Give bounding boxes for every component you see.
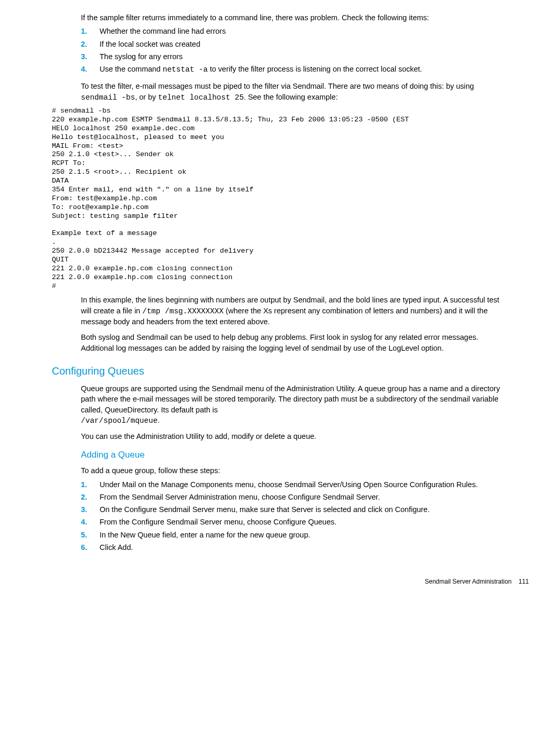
list-number: 3.	[81, 504, 90, 515]
step-item: 5. In the New Queue field, enter a name …	[81, 530, 508, 540]
after-code-paragraph-2: Both syslog and Sendmail can be used to …	[81, 332, 508, 353]
text-fragment: . See the following example:	[244, 93, 338, 101]
list-text: In the New Queue field, enter a name for…	[100, 530, 508, 540]
check-item: 4. Use the command netstat -a to verify …	[81, 64, 508, 75]
queues-paragraph-1: Queue groups are supported using the Sen…	[81, 383, 508, 426]
list-text: Click Add.	[100, 542, 508, 552]
text-fragment: .	[158, 416, 160, 424]
queues-paragraph-2: You can use the Administration Utility t…	[81, 431, 508, 441]
inline-code: telnet localhost 25	[158, 93, 244, 102]
list-number: 4.	[81, 517, 90, 527]
text-fragment: Queue groups are supported using the Sen…	[81, 384, 500, 414]
list-number: 1.	[81, 479, 90, 490]
step-item: 6. Click Add.	[81, 542, 508, 552]
list-number: 1.	[81, 26, 90, 36]
adding-queue-intro: To add a queue group, follow these steps…	[81, 465, 508, 476]
text-fragment: Use the command	[100, 65, 163, 73]
after-code-paragraph-1: In this example, the lines beginning wit…	[81, 295, 508, 327]
inline-code: /var/spool/mqueue	[81, 417, 158, 425]
list-text: Whether the command line had errors	[100, 26, 508, 36]
adding-queue-steps: 1. Under Mail on the Manage Components m…	[81, 479, 508, 553]
text-fragment: To test the filter, e-mail messages must…	[81, 82, 474, 90]
configuring-queues-heading: Configuring Queues	[52, 364, 508, 378]
footer-label: Sendmail Server Administration	[425, 578, 511, 585]
intro-paragraph-1: If the sample filter returns immediately…	[81, 12, 508, 23]
step-item: 3. On the Configure Sendmail Server menu…	[81, 504, 508, 515]
sendmail-example-block: # sendmail -bs 220 example.hp.com ESMTP …	[52, 107, 508, 291]
list-text: The syslog for any errors	[100, 51, 508, 62]
text-fragment: , or by	[135, 93, 158, 101]
check-item: 3. The syslog for any errors	[81, 51, 508, 62]
page-footer: Sendmail Server Administration 111	[52, 577, 529, 586]
step-item: 2. From the Sendmail Server Administrati…	[81, 492, 508, 502]
inline-code: /tmp /msg.XXXXXXXX	[142, 307, 223, 315]
page-number: 111	[519, 578, 529, 585]
list-number: 2.	[81, 492, 90, 502]
list-number: 5.	[81, 530, 90, 540]
step-item: 4. From the Configure Sendmail Server me…	[81, 517, 508, 527]
inline-code: sendmail -bs	[81, 93, 135, 102]
step-item: 1. Under Mail on the Manage Components m…	[81, 479, 508, 490]
list-text: If the local socket was created	[100, 39, 508, 49]
text-fragment: to verify the filter process is listenin…	[208, 65, 422, 73]
intro-check-list: 1. Whether the command line had errors 2…	[81, 26, 508, 75]
list-number: 6.	[81, 542, 90, 552]
check-item: 1. Whether the command line had errors	[81, 26, 508, 36]
list-text: Under Mail on the Manage Components menu…	[100, 479, 508, 490]
list-text: From the Configure Sendmail Server menu,…	[100, 517, 508, 527]
list-text: From the Sendmail Server Administration …	[100, 492, 508, 502]
list-text: On the Configure Sendmail Server menu, m…	[100, 504, 508, 515]
inline-code: netstat -a	[163, 65, 208, 74]
adding-queue-heading: Adding a Queue	[81, 449, 508, 461]
list-text: Use the command netstat -a to verify the…	[100, 64, 508, 75]
intro-paragraph-2: To test the filter, e-mail messages must…	[81, 81, 508, 103]
list-number: 3.	[81, 51, 90, 62]
list-number: 4.	[81, 64, 90, 75]
list-number: 2.	[81, 39, 90, 49]
check-item: 2. If the local socket was created	[81, 39, 508, 49]
